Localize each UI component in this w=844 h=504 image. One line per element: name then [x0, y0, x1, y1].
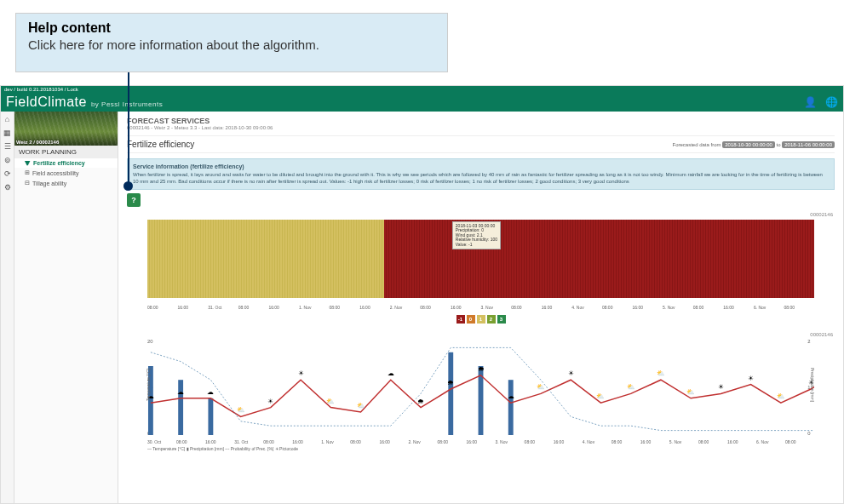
axis-tick: 16:00 [451, 305, 481, 310]
chart-id-2: 00002146 [129, 332, 833, 337]
svg-text:20: 20 [147, 340, 153, 344]
legend-swatch: 2 [487, 315, 496, 324]
svg-text:☀: ☀ [748, 374, 754, 381]
rail-logo-icon[interactable]: ⊚ [4, 156, 11, 164]
axis-tick: 6. Nov [754, 305, 784, 310]
rail-list-icon[interactable]: ☰ [4, 142, 11, 151]
axis-tick: 08:00 [350, 439, 379, 444]
callout-title: Help content [28, 20, 435, 36]
sidebar-item-label: Tillage ability [32, 180, 66, 186]
range-to-word: to [777, 142, 781, 147]
svg-text:☀: ☀ [267, 397, 273, 404]
axis-tick: 08:00 [263, 439, 292, 444]
svg-text:☀: ☀ [718, 383, 724, 391]
date-from-tag[interactable]: 2018-10-30 00:00:00 [722, 141, 775, 148]
tractor-icon: ⊞ [25, 169, 30, 176]
svg-rect-11 [508, 380, 514, 435]
axis-tick: 08:00 [330, 305, 360, 310]
svg-rect-8 [208, 398, 213, 434]
range-prefix: Forecasted data from [673, 142, 721, 147]
axis-tick: 4. Nov [571, 305, 602, 310]
axis-tick: 16:00 [379, 439, 408, 444]
axis-tick: 5. Nov [669, 439, 698, 444]
axis-tick: 16:00 [292, 439, 321, 444]
axis-tick: 4. Nov [583, 439, 611, 444]
user-icon[interactable]: 👤 [804, 96, 817, 108]
svg-text:⛅: ⛅ [537, 382, 545, 391]
axis-tick: 16:00 [178, 305, 209, 310]
axis-tick: 16:00 [359, 305, 390, 310]
app-window: dev / build 0.21.20181034 / Lock FieldCl… [0, 85, 844, 504]
svg-text:2: 2 [807, 340, 810, 344]
station-image[interactable]: Weiz 2 / 00002146 [14, 112, 118, 146]
axis-tick: 30. Oct [147, 439, 176, 444]
rail-home-icon[interactable]: ⌂ [5, 115, 9, 123]
sidebar-item-label: Field accessibility [32, 170, 78, 176]
axis-tick: 08:00 [698, 439, 727, 444]
callout-dot [123, 181, 133, 191]
content-area: FORECAST SERVICES 00002146 - Weiz 2 - Me… [118, 112, 843, 503]
svg-rect-9 [448, 352, 453, 434]
axis-tick: 3. Nov [496, 439, 525, 444]
y-axis-left-label: Temperature [°C] [146, 369, 151, 401]
services-title: FORECAST SERVICES [127, 117, 835, 125]
axis-tick: 16:00 [268, 305, 299, 310]
page-title-row: Fertilize efficiency Forecasted data fro… [127, 135, 835, 153]
sidebar-item-field-access[interactable]: ⊞ Field accessibility [14, 168, 118, 178]
rail-gear-icon[interactable]: ⚙ [4, 183, 11, 192]
axis-tick: 16:00 [542, 305, 572, 310]
svg-text:⛅: ⛅ [657, 369, 665, 377]
efficiency-tooltip: 2018-11-03 00:00:00 Precipitation: 0 Win… [452, 221, 501, 250]
help-button[interactable]: ? [127, 193, 141, 207]
axis-tick: 08:00 [147, 305, 178, 310]
leaf-icon: ⯆ [25, 160, 31, 166]
weather-legend: — Temperature [°C] ▮ Precipitation [mm] … [147, 446, 814, 451]
axis-tick: 16:00 [633, 305, 663, 310]
globe-icon[interactable]: 🌐 [825, 96, 838, 108]
help-callout: Help content Click here for more informa… [15, 13, 448, 72]
axis-tick: 31. Oct [208, 305, 238, 310]
icon-rail: ⌂ ▦ ☰ ⊚ ⟳ ⚙ [1, 112, 14, 503]
callout-connector [128, 72, 129, 183]
callout-body: Click here for more information about th… [28, 37, 435, 52]
axis-tick: 08:00 [420, 305, 451, 310]
axis-tick: 08:00 [176, 439, 205, 444]
date-to-tag[interactable]: 2018-11-06 00:00:00 [782, 141, 835, 148]
axis-tick: 08:00 [611, 439, 640, 444]
brand-logo: FieldClimate by Pessl Instruments [6, 94, 163, 110]
axis-tick: 31. Oct [234, 439, 263, 444]
services-subtitle: 00002146 - Weiz 2 - Meteo 3.3 - Last dat… [127, 125, 835, 130]
legend-swatch: -1 [456, 315, 465, 324]
svg-text:⛅: ⛅ [237, 405, 245, 414]
axis-tick: 08:00 [525, 439, 554, 444]
brand-sub: by Pessl Instruments [91, 100, 163, 108]
svg-text:⛅: ⛅ [326, 396, 335, 404]
weather-svg: 01020012☁☁☁⛅☀☀⛅⛅☁🌧🌧🌧☁⛅☀⛅⛅⛅⛅☀☀⛅☀☀ [147, 340, 814, 438]
header-actions: 👤 🌐 [804, 96, 838, 108]
legend-swatch: 0 [467, 315, 475, 324]
rail-clock-icon[interactable]: ⟳ [4, 169, 11, 178]
axis-tick: 16:00 [723, 305, 754, 310]
rail-dashboard-icon[interactable]: ▦ [3, 129, 11, 137]
efficiency-segment-bad [384, 220, 814, 298]
efficiency-chart[interactable]: 2018-11-03 00:00:00 Precipitation: 0 Win… [147, 220, 814, 310]
station-label: Weiz 2 / 00002146 [16, 140, 59, 145]
brand-main: FieldClimate [6, 94, 87, 109]
efficiency-segment-good [147, 220, 384, 298]
efficiency-x-axis: 08:0016:0031. Oct08:0016:001. Nov08:0016… [147, 305, 814, 310]
axis-tick: 16:00 [205, 439, 234, 444]
axis-tick: 08:00 [602, 305, 633, 310]
sidebar-section: WORK PLANNING [14, 146, 118, 158]
axis-tick: 08:00 [693, 305, 724, 310]
svg-text:⛅: ⛅ [357, 401, 365, 410]
axis-tick: 08:00 [784, 305, 814, 310]
page-title: Fertilize efficiency [127, 140, 194, 149]
svg-text:☁: ☁ [177, 387, 184, 395]
weather-chart[interactable]: Temperature [°C] Precipitation [mm] 0102… [147, 340, 814, 450]
axis-tick: 16:00 [640, 439, 669, 444]
axis-tick: 16:00 [467, 439, 496, 444]
svg-text:0: 0 [807, 431, 811, 436]
axis-tick: 2. Nov [390, 305, 421, 310]
sidebar-item-tillage[interactable]: ⊟ Tillage ability [14, 178, 118, 188]
sidebar-item-fertilize[interactable]: ⯆ Fertilize efficiency [14, 158, 118, 168]
